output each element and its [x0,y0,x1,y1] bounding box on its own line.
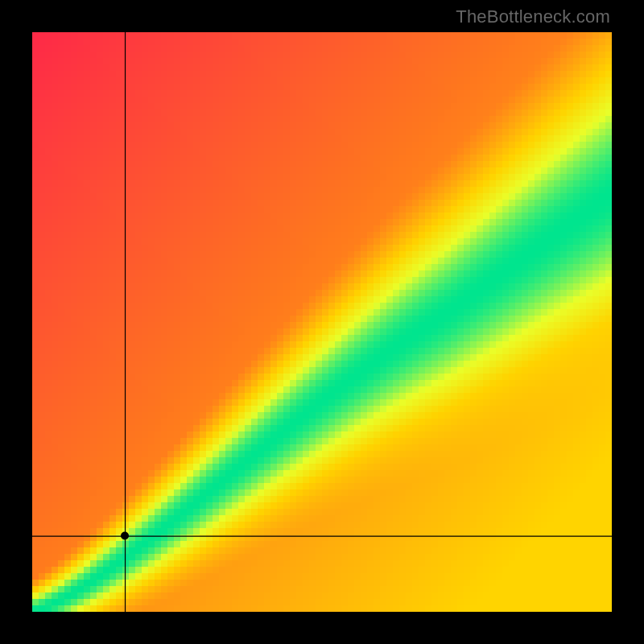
heatmap-plot [32,32,612,612]
chart-frame: TheBottleneck.com [0,0,644,644]
watermark-text: TheBottleneck.com [456,6,610,27]
heatmap-canvas [32,32,612,612]
